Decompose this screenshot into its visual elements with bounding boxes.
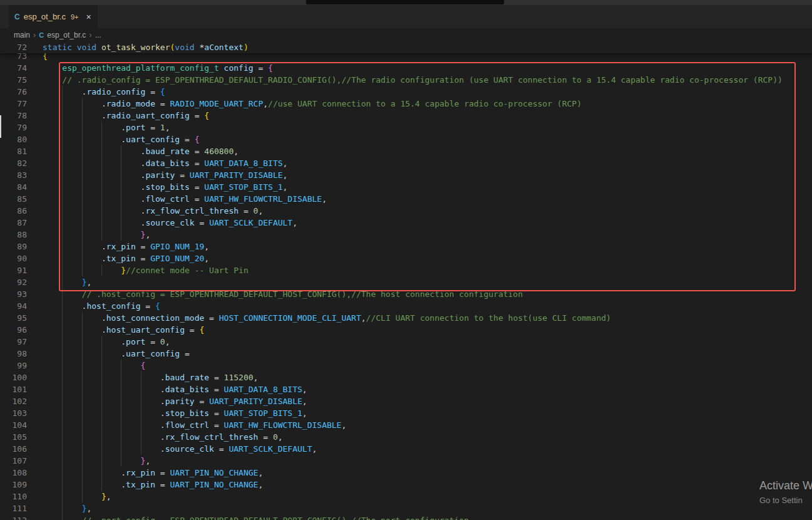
code-line[interactable]: 97 .port = 0, (0, 336, 812, 348)
code-text: .radio_config = { (29, 86, 812, 98)
indent-guide (82, 336, 83, 348)
tab-esp-ot-br[interactable]: C esp_ot_br.c 9+ × (9, 5, 98, 28)
line-number[interactable]: 84 (0, 181, 29, 193)
line-number[interactable]: 77 (0, 98, 29, 110)
code-line[interactable]: 84 .stop_bits = UART_STOP_BITS_1, (0, 181, 812, 193)
line-number[interactable]: 76 (0, 86, 29, 98)
code-line[interactable]: 86 .rx_flow_ctrl_thresh = 0, (0, 205, 812, 217)
line-number[interactable]: 101 (0, 383, 29, 395)
code-text: .port = 1, (29, 122, 812, 133)
code-line[interactable]: 96 .host_uart_config = { (0, 324, 812, 336)
line-number[interactable]: 109 (0, 479, 29, 491)
code-editor[interactable]: 73{74 esp_openthread_platform_config_t c… (0, 41, 812, 520)
line-number[interactable]: 78 (0, 110, 29, 122)
code-line[interactable]: 91 }//connet mode -- Uart Pin (0, 264, 812, 276)
code-line[interactable]: 92 }, (0, 276, 812, 288)
code-line[interactable]: 88 }, (0, 229, 812, 241)
line-number[interactable]: 87 (0, 217, 29, 229)
line-number[interactable]: 90 (0, 252, 29, 264)
line-number[interactable]: 93 (0, 288, 29, 300)
code-line[interactable]: 99 { (0, 360, 812, 372)
indent-guide (141, 419, 141, 431)
indent-guide (82, 491, 83, 502)
indent-guide (62, 491, 63, 502)
indent-guide (62, 395, 63, 407)
line-number[interactable]: 102 (0, 395, 29, 407)
line-number[interactable]: 79 (0, 122, 29, 133)
code-line[interactable]: 87 .source_clk = UART_SCLK_DEFAULT, (0, 217, 812, 229)
code-line[interactable]: 106 .source_clk = UART_SCLK_DEFAULT, (0, 443, 812, 455)
code-line[interactable]: 79 .port = 1, (0, 122, 812, 133)
code-line[interactable]: 108 .rx_pin = UART_PIN_NO_CHANGE, (0, 467, 812, 479)
indent-guide (62, 455, 63, 467)
line-number[interactable]: 96 (0, 324, 29, 336)
activation-watermark-subtitle: Go to Settin (759, 496, 812, 505)
code-line[interactable]: 105 .rx_flow_ctrl_thresh = 0, (0, 431, 812, 443)
line-number[interactable]: 83 (0, 169, 29, 181)
line-number[interactable]: 106 (0, 443, 29, 455)
line-number[interactable]: 94 (0, 300, 29, 312)
line-number[interactable]: 99 (0, 360, 29, 372)
breadcrumb-item-more[interactable]: ... (95, 31, 101, 39)
line-number[interactable]: 92 (0, 276, 29, 288)
line-number[interactable]: 111 (0, 502, 29, 514)
line-number[interactable]: 91 (0, 264, 29, 276)
line-number[interactable]: 103 (0, 407, 29, 419)
code-line[interactable]: 85 .flow_ctrl = UART_HW_FLOWCTRL_DISABLE… (0, 193, 812, 205)
code-line[interactable]: 78 .radio_uart_config = { (0, 110, 812, 122)
code-line[interactable]: 103 .stop_bits = UART_STOP_BITS_1, (0, 407, 812, 419)
tab-bar: C esp_ot_br.c 9+ × (0, 5, 812, 28)
line-number[interactable]: 97 (0, 336, 29, 348)
code-line[interactable]: 80 .uart_config = { (0, 133, 812, 145)
code-line[interactable]: 107 }, (0, 455, 812, 467)
line-number[interactable]: 74 (0, 62, 29, 74)
code-line[interactable]: 110 }, (0, 491, 812, 502)
tab-close-icon[interactable]: × (86, 13, 91, 21)
indent-guide (101, 467, 102, 479)
code-line[interactable]: 76 .radio_config = { (0, 86, 812, 98)
code-line[interactable]: 102 .parity = UART_PARITY_DISABLE, (0, 395, 812, 407)
line-number[interactable]: 82 (0, 157, 29, 169)
line-number[interactable]: 108 (0, 467, 29, 479)
line-number[interactable]: 100 (0, 372, 29, 383)
line-number[interactable]: 85 (0, 193, 29, 205)
code-line[interactable]: 109 .tx_pin = UART_PIN_NO_CHANGE, (0, 479, 812, 491)
code-line[interactable]: 112 // .port_config = ESP_OPENTHREAD_DEF… (0, 514, 812, 520)
code-line[interactable]: 75 // .radio_config = ESP_OPENTHREAD_DEF… (0, 74, 812, 86)
line-number[interactable]: 112 (0, 514, 29, 520)
code-line[interactable]: 98 .uart_config = (0, 348, 812, 360)
line-number[interactable]: 89 (0, 241, 29, 252)
line-number[interactable]: 105 (0, 431, 29, 443)
code-line[interactable]: 83 .parity = UART_PARITY_DISABLE, (0, 169, 812, 181)
code-line[interactable]: 95 .host_connection_mode = HOST_CONNECTI… (0, 312, 812, 324)
line-number[interactable]: 72 (0, 41, 29, 53)
command-center[interactable] (306, 0, 505, 5)
breadcrumb-item-main[interactable]: main (14, 31, 30, 39)
code-line[interactable]: 90 .tx_pin = GPIO_NUM_20, (0, 252, 812, 264)
code-line[interactable]: 81 .baud_rate = 460800, (0, 145, 812, 157)
line-number[interactable]: 81 (0, 145, 29, 157)
line-number[interactable]: 95 (0, 312, 29, 324)
code-line[interactable]: 72static void ot_task_worker(void *aCont… (0, 41, 812, 53)
code-line[interactable]: 74 esp_openthread_platform_config_t conf… (0, 62, 812, 74)
line-number[interactable]: 98 (0, 348, 29, 360)
line-number[interactable]: 86 (0, 205, 29, 217)
indent-guide (62, 193, 63, 205)
line-number[interactable]: 110 (0, 491, 29, 502)
code-line[interactable]: 100 .baud_rate = 115200, (0, 372, 812, 383)
code-line[interactable]: 82 .data_bits = UART_DATA_8_BITS, (0, 157, 812, 169)
line-number[interactable]: 88 (0, 229, 29, 241)
line-number[interactable]: 75 (0, 74, 29, 86)
code-line[interactable]: 77 .radio_mode = RADIO_MODE_UART_RCP,//u… (0, 98, 812, 110)
sticky-scroll-line[interactable]: 72static void ot_task_worker(void *aCont… (0, 41, 812, 53)
code-line[interactable]: 111 }, (0, 502, 812, 514)
code-line[interactable]: 101 .data_bits = UART_DATA_8_BITS, (0, 383, 812, 395)
code-line[interactable]: 93 // .host_config = ESP_OPENTHREAD_DEFA… (0, 288, 812, 300)
line-number[interactable]: 80 (0, 133, 29, 145)
breadcrumb-item-file[interactable]: esp_ot_br.c (47, 31, 86, 39)
code-line[interactable]: 104 .flow_ctrl = UART_HW_FLOWCTRL_DISABL… (0, 419, 812, 431)
line-number[interactable]: 104 (0, 419, 29, 431)
line-number[interactable]: 107 (0, 455, 29, 467)
code-line[interactable]: 94 .host_config = { (0, 300, 812, 312)
code-line[interactable]: 89 .rx_pin = GPIO_NUM_19, (0, 241, 812, 252)
